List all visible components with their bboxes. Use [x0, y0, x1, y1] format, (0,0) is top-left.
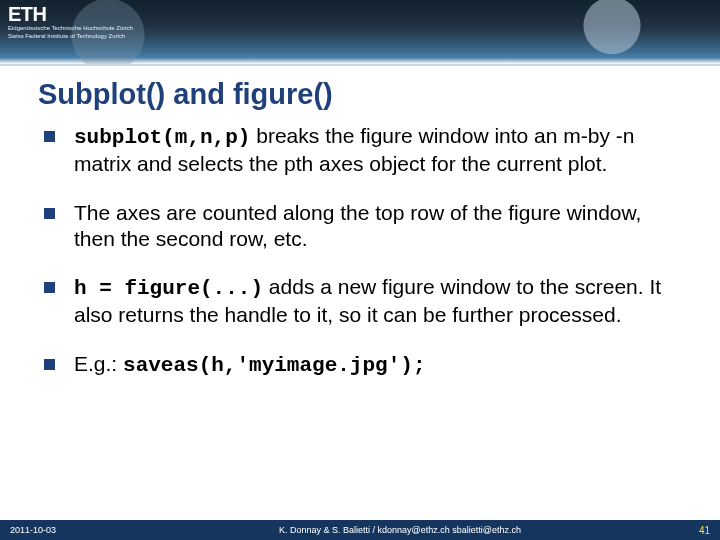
eth-logo-text: ETH: [8, 4, 133, 24]
footer-authors: K. Donnay & S. Balietti / kdonnay@ethz.c…: [130, 525, 670, 535]
text-span: The axes are counted along the top row o…: [74, 201, 641, 250]
slide: ETH Eidgenössische Technische Hochschule…: [0, 0, 720, 540]
text-span: E.g.:: [74, 352, 123, 375]
bullet-item: The axes are counted along the top row o…: [40, 200, 680, 253]
eth-logo-block: ETH Eidgenössische Technische Hochschule…: [8, 4, 133, 40]
bullet-list: subplot(m,n,p) breaks the figure window …: [40, 123, 680, 379]
footer-date: 2011-10-03: [10, 525, 130, 535]
bullet-item: h = figure(...) adds a new figure window…: [40, 274, 680, 329]
eth-subtitle-1: Eidgenössische Technische Hochschule Zür…: [8, 25, 133, 32]
footer-bar: 2011-10-03 K. Donnay & S. Balietti / kdo…: [0, 520, 720, 540]
slide-body: subplot(m,n,p) breaks the figure window …: [0, 115, 720, 540]
slide-title: Subplot() and figure(): [0, 66, 720, 115]
bullet-item: E.g.: saveas(h,'myimage.jpg');: [40, 351, 680, 379]
bullet-item: subplot(m,n,p) breaks the figure window …: [40, 123, 680, 178]
header-banner: ETH Eidgenössische Technische Hochschule…: [0, 0, 720, 64]
footer-page-number: 41: [670, 525, 710, 536]
eth-subtitle-2: Swiss Federal Institute of Technology Zu…: [8, 33, 133, 40]
code-span: subplot(m,n,p): [74, 126, 250, 149]
code-span: saveas(h,'myimage.jpg');: [123, 354, 425, 377]
code-span: h = figure(...): [74, 277, 263, 300]
